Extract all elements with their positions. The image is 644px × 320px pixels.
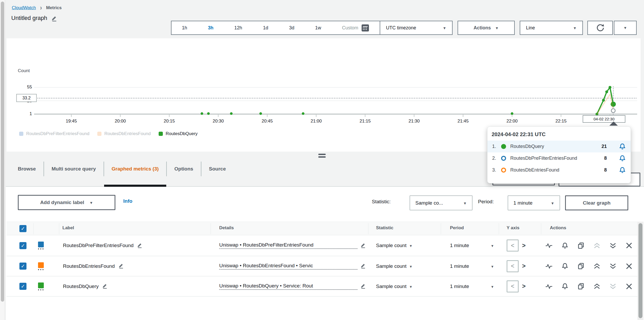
tab-source[interactable]: Source: [201, 152, 233, 186]
legend-item[interactable]: RoutesDbPreFilterEntriesFound: [19, 131, 89, 136]
move-up-icon[interactable]: [593, 242, 600, 249]
y-axis-tick: 55: [14, 84, 32, 90]
actions-button[interactable]: Actions: [458, 21, 515, 35]
y-axis-left-toggle[interactable]: <: [507, 239, 519, 252]
remove-metric-icon[interactable]: [625, 242, 632, 249]
table-row[interactable]: RoutesDbEntriesFoundUniswap • RoutesDbEn…: [7, 256, 638, 276]
metric-label: RoutesDbQuery: [63, 284, 99, 289]
y-axis-right-toggle[interactable]: >: [522, 263, 525, 270]
tooltip-row[interactable]: 2. RoutesDbPreFilterEntriesFound 8: [487, 152, 631, 164]
table-row[interactable]: RoutesDbQueryUniswap • RoutesDbQuery • S…: [7, 276, 638, 297]
time-range-custom[interactable]: Custom: [342, 24, 369, 32]
timezone-dropdown[interactable]: UTC timezone: [380, 21, 453, 35]
graph-this-metric-icon[interactable]: [545, 283, 552, 290]
row-checkbox[interactable]: [19, 263, 26, 270]
edit-pencil-icon[interactable]: [118, 262, 124, 270]
add-dynamic-label-button[interactable]: Add dynamic label: [18, 195, 115, 210]
metric-details[interactable]: Uniswap • RoutesDbQuery • Service: Rout: [219, 283, 357, 290]
table-row[interactable]: RoutesDbPreFilterEntriesFoundUniswap • R…: [7, 235, 638, 256]
graph-title-row: Untitled graph: [11, 15, 58, 22]
create-alarm-bell-icon[interactable]: [561, 283, 568, 290]
header-statistic: Statistic: [376, 225, 393, 231]
create-alarm-bell-icon[interactable]: [619, 155, 626, 162]
edit-pencil-icon[interactable]: [102, 282, 108, 290]
move-down-icon[interactable]: [609, 283, 616, 290]
refresh-button[interactable]: [587, 21, 613, 35]
page-scrollbar-thumb[interactable]: [1, 2, 4, 302]
row-period[interactable]: 1 minute: [450, 263, 469, 269]
row-statistic[interactable]: Sample count: [376, 284, 406, 289]
graph-this-metric-icon[interactable]: [545, 263, 552, 270]
tab-multi-source-query[interactable]: Multi source query: [44, 152, 104, 186]
create-alarm-bell-icon[interactable]: [561, 242, 568, 249]
create-alarm-bell-icon[interactable]: [619, 143, 626, 150]
create-alarm-bell-icon[interactable]: [561, 263, 568, 270]
info-link[interactable]: Info: [123, 198, 132, 204]
cloudwatch-metrics-page: CloudWatch › Metrics Untitled graph 1h 3…: [0, 0, 644, 320]
metric-details[interactable]: Uniswap • RoutesDbPreFilterEntriesFound: [219, 242, 357, 249]
crosshair-y-value-badge: 33.2: [16, 94, 37, 102]
y-axis-left-toggle[interactable]: <: [507, 260, 519, 272]
edit-pencil-icon[interactable]: [360, 242, 366, 249]
calendar-icon: [361, 24, 369, 32]
time-range-3d[interactable]: 3d: [289, 25, 294, 31]
y-axis-left-toggle[interactable]: <: [507, 280, 519, 292]
tab-graphed-metrics[interactable]: Graphed metrics (3): [104, 152, 167, 186]
metric-details[interactable]: Uniswap • RoutesDbEntriesFound • Servic: [219, 263, 357, 270]
legend-item[interactable]: RoutesDbEntriesFound: [97, 131, 151, 136]
edit-pencil-icon[interactable]: [137, 242, 143, 249]
header-details: Details: [219, 225, 234, 231]
time-range-3h[interactable]: 3h: [208, 25, 213, 31]
duplicate-icon[interactable]: [577, 283, 584, 290]
create-alarm-bell-icon[interactable]: [619, 167, 626, 174]
tooltip-row[interactable]: 3. RoutesDbEntriesFound 8: [487, 164, 631, 176]
y-axis-right-toggle[interactable]: >: [522, 283, 525, 290]
move-down-icon[interactable]: [609, 263, 616, 270]
duplicate-icon[interactable]: [577, 263, 584, 270]
edit-pencil-icon[interactable]: [360, 282, 366, 290]
hover-time-badge: 04-02 22:30: [583, 115, 625, 123]
column-divider: [499, 223, 499, 234]
tooltip-rank: 1.: [492, 144, 501, 149]
column-divider: [541, 223, 541, 234]
remove-metric-icon[interactable]: [625, 263, 632, 270]
breadcrumb-cloudwatch-link[interactable]: CloudWatch: [12, 5, 36, 10]
table-scrollbar[interactable]: [637, 222, 643, 320]
y-axis-right-toggle[interactable]: >: [522, 242, 525, 249]
tooltip-row[interactable]: 1. RoutesDbQuery 21: [487, 141, 631, 152]
time-range-1d[interactable]: 1d: [263, 25, 268, 31]
row-statistic[interactable]: Sample count: [376, 243, 406, 248]
row-checkbox[interactable]: [19, 283, 26, 290]
move-up-icon[interactable]: [593, 283, 600, 290]
tab-options[interactable]: Options: [167, 152, 201, 186]
edit-pencil-icon[interactable]: [51, 15, 58, 22]
graph-this-metric-icon[interactable]: [545, 242, 552, 249]
move-down-icon[interactable]: [609, 242, 616, 249]
move-up-icon[interactable]: [593, 263, 600, 270]
time-range-1w[interactable]: 1w: [315, 25, 321, 31]
period-dropdown[interactable]: 1 minute: [508, 195, 560, 210]
table-scrollbar-thumb[interactable]: [638, 223, 642, 318]
chevron-down-icon: [491, 284, 494, 289]
page-scrollbar[interactable]: [0, 0, 5, 320]
time-range-12h[interactable]: 12h: [234, 25, 242, 31]
legend-item[interactable]: RoutesDbQuery: [159, 131, 198, 136]
statistic-value: Sample co...: [415, 200, 443, 206]
refresh-options-button[interactable]: [614, 21, 637, 35]
time-range-1h[interactable]: 1h: [182, 25, 187, 31]
column-divider: [441, 223, 441, 234]
tab-browse[interactable]: Browse: [18, 152, 44, 186]
row-statistic[interactable]: Sample count: [376, 263, 406, 269]
edit-pencil-icon[interactable]: [360, 262, 366, 270]
panel-resize-handle[interactable]: [318, 154, 326, 159]
x-axis-label: 21:00: [302, 119, 331, 124]
statistic-dropdown[interactable]: Sample co...: [410, 195, 473, 210]
row-checkbox[interactable]: [19, 242, 26, 249]
clear-graph-button[interactable]: Clear graph: [565, 195, 628, 210]
row-period[interactable]: 1 minute: [450, 284, 469, 289]
remove-metric-icon[interactable]: [625, 283, 632, 290]
select-all-checkbox[interactable]: [19, 225, 26, 232]
row-period[interactable]: 1 minute: [450, 243, 469, 248]
chart-type-dropdown[interactable]: Line: [520, 21, 583, 35]
duplicate-icon[interactable]: [577, 242, 584, 249]
